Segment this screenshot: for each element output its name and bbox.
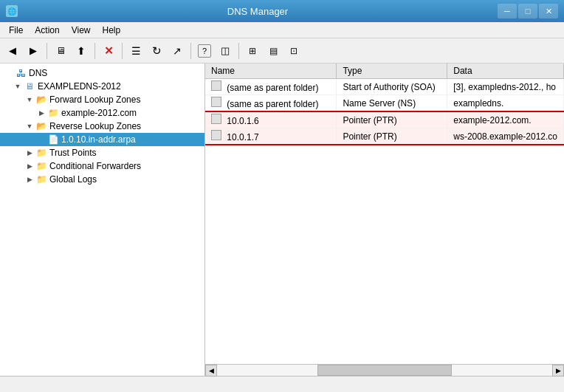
folder-icon-example: 📁 [47,107,59,119]
tree-label-arpa: 1.0.10.in-addr.arpa [61,134,136,145]
up-icon: ⬆ [77,45,86,57]
console-icon: 🖥 [56,45,66,56]
cell-name-ptr1: 10.0.1.6 [205,111,337,128]
separator-5 [238,43,239,59]
delete-icon: ✕ [104,44,114,58]
cell-name-ptr2: 10.0.1.7 [205,128,337,145]
menu-view[interactable]: View [66,22,97,38]
up-button[interactable]: ⬆ [72,41,91,61]
menu-bar: File Action View Help [0,22,564,38]
cell-data-ptr1: example-2012.com. [447,111,564,128]
close-button[interactable]: ✕ [539,4,558,18]
refresh-icon: ↻ [152,44,162,58]
tree-label-cond-forwarders: Conditional Forwarders [49,161,141,171]
export-button[interactable]: ↗ [168,41,187,61]
toggle-button[interactable]: ▤ [264,41,283,61]
main-area: 🖧 DNS ▼ 🖥 EXAMPLEDNS-2012 ▼ 📂 Forward Lo… [0,63,564,376]
tree-item-cond-forwarders[interactable]: ▶ 📁 Conditional Forwarders [0,159,204,173]
record-icon-ptr2 [211,130,221,140]
extra-button[interactable]: ⊡ [284,41,303,61]
table-row[interactable]: (same as parent folder) Start of Authori… [205,79,564,95]
expand-reverse[interactable]: ▼ [24,120,35,132]
properties-icon: ☰ [131,45,141,57]
expand-forward[interactable]: ▼ [24,94,35,106]
cell-type-ptr1: Pointer (PTR) [337,111,447,128]
tree-item-forward-zones[interactable]: ▼ 📂 Forward Lookup Zones [0,93,204,106]
tree-panel: 🖧 DNS ▼ 🖥 EXAMPLEDNS-2012 ▼ 📂 Forward Lo… [0,63,205,376]
tree-label-example2012: example-2012.com [61,108,137,118]
app-icon: 🌐 [6,5,18,17]
zone-selected-icon: 📄 [47,134,59,145]
restore-button[interactable]: □ [518,4,537,18]
separator-2 [94,43,95,59]
table-row[interactable]: 10.0.1.6 Pointer (PTR) example-2012.com. [205,111,564,128]
cell-type-soa: Start of Authority (SOA) [337,79,447,95]
table-row[interactable]: (same as parent folder) Name Server (NS)… [205,95,564,112]
forward-button[interactable]: ▶ [24,41,43,61]
dns-icon: 🖧 [15,67,27,79]
help-icon: ? [198,44,211,58]
tree-label-dns: DNS [29,68,47,78]
extra-icon: ⊡ [290,46,298,56]
col-header-data: Data [447,63,564,79]
tree-item-reverse-zones[interactable]: ▼ 📂 Reverse Lookup Zones [0,120,204,133]
server-icon: 🖥 [24,80,35,92]
expand-cond[interactable]: ▶ [24,160,35,172]
dns-records-table: Name Type Data (same as parent folder) S… [205,63,564,145]
col-header-name: Name [205,63,337,79]
cell-name-soa: (same as parent folder) [205,79,337,95]
show-console-button[interactable]: 🖥 [51,41,70,61]
status-bar [0,376,564,392]
toggle-icon: ▤ [269,46,278,56]
expand-example2012[interactable]: ▶ [35,107,47,119]
cell-type-ns: Name Server (NS) [337,95,447,112]
tree-item-arpa[interactable]: 📄 1.0.10.in-addr.arpa [0,133,204,146]
folder-icon-logs: 📁 [35,173,47,185]
folder-open-icon-reverse: 📂 [35,120,47,132]
expand-trust[interactable]: ▶ [24,147,35,159]
scroll-left-button[interactable]: ◀ [205,365,217,376]
back-button[interactable]: ◀ [3,41,22,61]
tree-item-dns[interactable]: 🖧 DNS [0,66,204,80]
tree-label-exampledns: EXAMPLEDNS-2012 [38,81,121,92]
window-title: DNS Manager [18,6,498,17]
scroll-right-button[interactable]: ▶ [552,365,564,376]
expand-exampledns[interactable]: ▼ [12,80,24,92]
tree-label-forward-zones: Forward Lookup Zones [49,94,140,105]
cols-button[interactable]: ◫ [216,41,235,61]
expand-dns [3,67,15,79]
title-bar: 🌐 DNS Manager ─ □ ✕ [0,0,564,22]
refresh-button[interactable]: ↻ [147,41,166,61]
h-scroll-thumb[interactable] [317,365,452,376]
h-scroll-track [217,365,552,376]
expand-global[interactable]: ▶ [24,173,35,185]
help-button[interactable]: ? [195,41,214,61]
content-panel[interactable]: Name Type Data (same as parent folder) S… [205,63,564,376]
menu-file[interactable]: File [3,22,29,38]
expand-arpa [35,134,47,145]
delete-button[interactable]: ✕ [99,41,118,61]
tree-label-reverse-zones: Reverse Lookup Zones [49,121,141,131]
h-scrollbar[interactable]: ◀ ▶ [205,364,564,376]
record-icon-ptr1 [211,114,221,124]
cols-icon: ◫ [221,45,230,56]
forward-icon: ▶ [30,45,37,56]
menu-help[interactable]: Help [97,22,127,38]
tree-label-global-logs: Global Logs [49,174,97,185]
folder-icon-cond: 📁 [35,160,47,172]
new-window-button[interactable]: ⊞ [243,41,262,61]
new-window-icon: ⊞ [249,46,256,56]
record-icon-soa [211,80,221,91]
cell-name-ns: (same as parent folder) [205,95,337,112]
tree-item-example2012[interactable]: ▶ 📁 example-2012.com [0,106,204,120]
separator-4 [190,43,191,59]
table-row[interactable]: 10.0.1.7 Pointer (PTR) ws-2008.example-2… [205,128,564,145]
minimize-button[interactable]: ─ [498,4,517,18]
table-header-row: Name Type Data [205,63,564,79]
menu-action[interactable]: Action [29,22,65,38]
folder-icon-trust: 📁 [35,147,47,159]
tree-item-global-logs[interactable]: ▶ 📁 Global Logs [0,173,204,186]
tree-item-exampledns[interactable]: ▼ 🖥 EXAMPLEDNS-2012 [0,80,204,93]
tree-item-trust[interactable]: ▶ 📁 Trust Points [0,146,204,159]
properties-button[interactable]: ☰ [126,41,145,61]
